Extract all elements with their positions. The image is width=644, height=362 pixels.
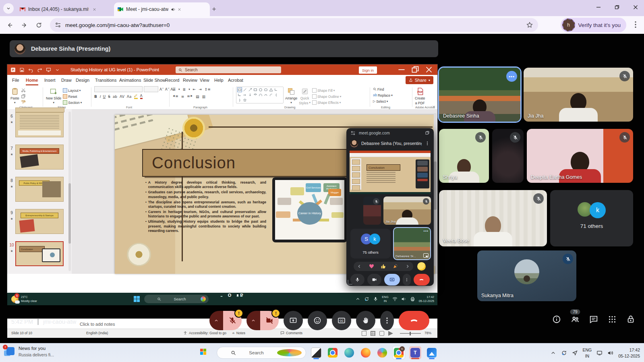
pip-participant-video-2[interactable]: Jia Jha — [383, 197, 431, 225]
emoji-picker-icon[interactable] — [417, 262, 426, 271]
ribbon-tab-acrobat[interactable]: Acrobat — [228, 75, 243, 85]
close-icon[interactable] — [630, 2, 642, 13]
shape-option-icon[interactable] — [238, 88, 242, 92]
pip-resize-handle[interactable] — [348, 280, 352, 285]
indent-decrease-icon[interactable]: ⇤ — [193, 87, 196, 91]
chat-icon[interactable] — [589, 315, 598, 324]
pip-menu-icon[interactable] — [425, 141, 430, 146]
new-tab-button[interactable] — [209, 4, 219, 14]
forward-icon[interactable] — [19, 19, 30, 31]
party-reaction-icon[interactable] — [393, 264, 398, 269]
tab-search-button[interactable] — [3, 3, 14, 14]
snip-icon[interactable] — [310, 346, 322, 359]
ribbon-tab-file[interactable]: File — [12, 75, 19, 85]
columns-icon[interactable]: ▥ — [202, 95, 206, 99]
redo-icon[interactable] — [37, 67, 42, 72]
shape-option-icon[interactable] — [248, 88, 252, 92]
update-icon[interactable] — [561, 350, 567, 356]
shape-option-icon[interactable] — [238, 98, 242, 102]
back-icon[interactable] — [4, 19, 15, 31]
shape-option-icon[interactable] — [264, 88, 268, 92]
browser-menu-icon[interactable] — [631, 20, 640, 29]
pip-self-tile[interactable]: ••• Debasree Si... — [393, 227, 431, 260]
shrink-font-icon[interactable]: A˅ — [165, 87, 170, 91]
shape-option-icon[interactable] — [269, 88, 273, 92]
thumbs-up-reaction-icon[interactable] — [381, 264, 386, 269]
ribbon-tab-draw[interactable]: Draw — [61, 75, 72, 85]
qat-more-icon[interactable] — [55, 67, 60, 72]
ppt-minimize-icon[interactable] — [395, 64, 408, 75]
shape-option-icon[interactable] — [248, 93, 252, 97]
italic-icon[interactable]: I — [99, 95, 101, 99]
shape-option-icon[interactable] — [243, 88, 247, 92]
verify-profile-button[interactable]: h Verify that it's you — [561, 18, 626, 32]
url-bar[interactable]: meet.google.com/jmi-caou-atw?authuser=0 — [50, 18, 538, 32]
ribbon-tab-record[interactable]: Record — [165, 75, 179, 85]
font-size-box[interactable] — [144, 86, 158, 92]
restore-icon[interactable] — [611, 2, 623, 13]
char-spacing-icon[interactable]: AV — [120, 95, 124, 99]
shape-option-icon[interactable] — [253, 93, 257, 97]
strikethrough-icon[interactable]: S — [108, 95, 110, 99]
shape-option-icon[interactable] — [259, 93, 263, 97]
local-search-box[interactable]: Search — [217, 347, 306, 359]
pip-camera-button[interactable] — [367, 274, 381, 285]
shape-effects-button[interactable]: Shape Effects▾ — [312, 100, 341, 105]
pip-present-button[interactable] — [384, 274, 400, 285]
participant-tile[interactable]: Veera Bose — [439, 190, 547, 246]
align-center-icon[interactable]: ≡ — [181, 95, 184, 99]
slide-thumbnail-9[interactable]: Entrepreneurship & Startups — [15, 209, 64, 234]
slide-5-partial[interactable] — [15, 108, 64, 112]
reset-button[interactable]: Reset — [63, 94, 82, 99]
ribbon-tab-transitions[interactable]: Transitions — [95, 75, 116, 85]
minimize-icon[interactable] — [592, 2, 605, 13]
tab-close-icon[interactable] — [176, 6, 182, 12]
font-name-box[interactable] — [94, 86, 143, 92]
font-color-icon[interactable]: A — [140, 94, 143, 99]
more-options-button[interactable] — [380, 311, 394, 330]
shared-start-icon[interactable] — [134, 296, 140, 302]
pip-toggle-icon[interactable] — [423, 253, 429, 258]
news-widget[interactable]: 7 News for you Russia delivers fi... — [4, 346, 54, 358]
share-button[interactable]: Share ▾ — [406, 76, 433, 84]
change-case-icon[interactable]: Aa — [127, 95, 132, 99]
pip-end-call-button[interactable] — [414, 274, 430, 285]
update-icon[interactable] — [364, 296, 369, 302]
shape-option-icon[interactable] — [243, 93, 247, 97]
shadow-icon[interactable]: ab — [113, 95, 117, 99]
shape-option-icon[interactable] — [274, 88, 278, 92]
pip-reactions-bar[interactable] — [354, 262, 413, 271]
canvas-scrollbar[interactable] — [434, 113, 437, 266]
participant-tile[interactable]: Debasree Sinha••• — [439, 68, 520, 122]
bullets-icon[interactable]: ☰ — [172, 87, 176, 91]
edge-icon[interactable] — [343, 346, 355, 359]
ribbon-tab-review[interactable]: Review — [183, 75, 197, 85]
cast-icon[interactable] — [596, 350, 603, 356]
firefox-icon[interactable] — [360, 346, 372, 359]
shape-option-icon[interactable] — [274, 93, 278, 97]
numbering-icon[interactable]: ≣ — [183, 87, 186, 91]
pip-participant-video-1[interactable] — [363, 197, 381, 225]
ppt-close-icon[interactable] — [422, 64, 436, 75]
ppt-restore-icon[interactable] — [408, 64, 422, 75]
slide-thumbnail-8[interactable]: Public Policy & NGOs — [15, 177, 64, 202]
people-icon[interactable]: 79 — [571, 315, 580, 324]
hand-button[interactable] — [356, 311, 375, 330]
back-to-tab-icon[interactable] — [425, 130, 430, 135]
ribbon-tab-help[interactable]: Help — [214, 75, 224, 85]
participant-tile[interactable]: Sukanya Mitra — [477, 250, 576, 301]
slide-thumbnail-7[interactable]: Media, Publishing & Entertainment — [15, 145, 64, 170]
slide-thumbnail-6[interactable] — [15, 112, 64, 137]
teams-icon[interactable]: T — [409, 346, 421, 359]
chrome-profile-icon[interactable]: h — [393, 346, 405, 359]
tab-audio-icon[interactable] — [171, 7, 176, 12]
arrange-button[interactable]: Arrange▾ — [285, 87, 297, 104]
printer-icon[interactable] — [410, 296, 415, 302]
pip-more-button[interactable] — [403, 274, 410, 285]
ribbon-tab-home[interactable]: Home — [26, 75, 38, 85]
mic-off-options-icon[interactable] — [209, 311, 223, 330]
slideshow-icon[interactable] — [46, 67, 51, 72]
participant-tile[interactable]: Shriya — [439, 129, 489, 183]
meet-pip-window[interactable]: meet.google.com Debasree Sinha (You, pre… — [346, 128, 434, 286]
wifi-icon[interactable] — [392, 296, 398, 302]
